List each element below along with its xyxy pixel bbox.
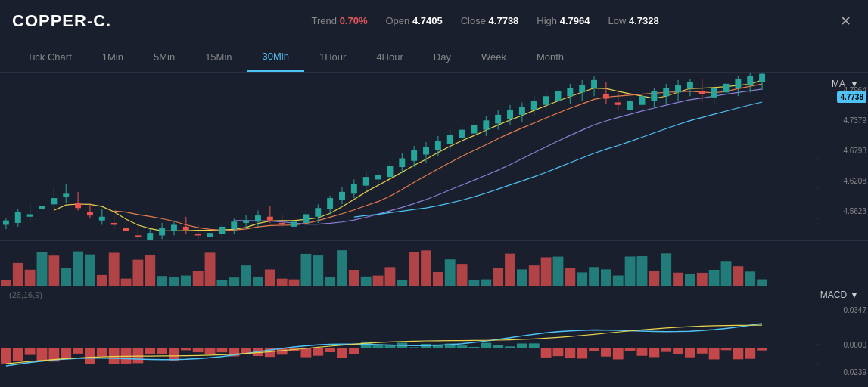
close-stat: Close 4.7738 xyxy=(461,15,519,26)
current-price-badge: 4.7738 xyxy=(837,91,866,103)
price-4208: 4.6208 xyxy=(843,177,866,185)
low-value: 4.7328 xyxy=(629,15,659,26)
high-label: High xyxy=(537,15,557,26)
tab-tick-chart[interactable]: Tick Chart xyxy=(12,42,87,72)
price-4793: 4.6793 xyxy=(843,147,866,155)
macd-price-2: 0.0000 xyxy=(843,341,866,349)
low-label: Low xyxy=(608,15,626,26)
main-chart-canvas xyxy=(0,73,817,240)
high-stat: High 4.7964 xyxy=(537,15,590,26)
tab-30min[interactable]: 30Min xyxy=(247,42,304,72)
main-chart: (5,10,20,30) MA ▼ 4.7964 4.7379 4.6793 4… xyxy=(0,73,868,240)
trend-value: 0.70% xyxy=(340,15,368,26)
stats-bar: Trend 0.70% Open 4.7405 Close 4.7738 Hig… xyxy=(135,15,835,26)
tab-month[interactable]: Month xyxy=(521,42,579,72)
macd-price-1: 0.0347 xyxy=(843,306,866,314)
close-button[interactable]: ✕ xyxy=(835,11,856,32)
tab-15min[interactable]: 15Min xyxy=(190,42,247,72)
macd-header: (26,16,9) MACD ▼ xyxy=(0,286,868,303)
volume-chart xyxy=(0,240,868,286)
price-4623: 4.5623 xyxy=(843,207,866,215)
high-value: 4.7964 xyxy=(560,15,590,26)
tab-week[interactable]: Week xyxy=(466,42,521,72)
trend-label: Trend xyxy=(312,15,337,26)
tab-4hour[interactable]: 4Hour xyxy=(361,42,418,72)
macd-label: MACD xyxy=(820,289,847,300)
open-value: 4.7405 xyxy=(412,15,443,26)
open-label: Open xyxy=(386,15,410,26)
volume-chart-canvas xyxy=(0,241,817,286)
tab-1min[interactable]: 1Min xyxy=(87,42,138,72)
low-stat: Low 4.7328 xyxy=(608,15,658,26)
tab-5min[interactable]: 5Min xyxy=(138,42,190,72)
price-4379: 4.7379 xyxy=(843,116,866,125)
macd-indicator[interactable]: MACD ▼ xyxy=(820,289,859,300)
macd-dropdown-icon: ▼ xyxy=(850,289,859,300)
trend-stat: Trend 0.70% xyxy=(312,15,368,26)
macd-chart: 0.0347 0.0000 -0.0239 xyxy=(0,303,868,385)
macd-params-label: (26,16,9) xyxy=(9,290,42,299)
tab-1hour[interactable]: 1Hour xyxy=(304,42,361,72)
open-stat: Open 4.7405 xyxy=(386,15,443,26)
timeframe-tabs: Tick Chart 1Min 5Min 15Min 30Min 1Hour 4… xyxy=(0,42,868,73)
tab-day[interactable]: Day xyxy=(418,42,466,72)
macd-price-3: -0.0239 xyxy=(841,368,866,376)
macd-chart-canvas xyxy=(0,303,817,385)
logo: COPPER-C. xyxy=(12,11,111,31)
close-value: 4.7738 xyxy=(489,15,519,26)
header: COPPER-C. Trend 0.70% Open 4.7405 Close … xyxy=(0,0,868,42)
close-label: Close xyxy=(461,15,486,26)
